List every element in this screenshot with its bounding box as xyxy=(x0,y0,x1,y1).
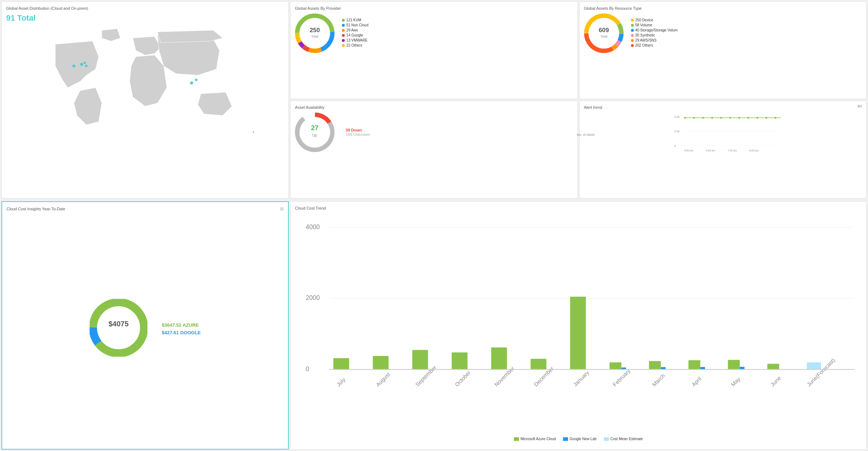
svg-point-3 xyxy=(83,61,86,64)
cloud-cost-header: Cloud Cost Insights Year-To-Date ⊞ xyxy=(7,206,284,211)
alert-trend-badge: 4H xyxy=(857,104,862,108)
svg-point-1 xyxy=(80,63,83,66)
resize-handle[interactable]: ▼ xyxy=(252,130,255,134)
svg-point-41 xyxy=(756,117,758,119)
svg-text:250: 250 xyxy=(310,27,320,34)
legend-device-dot xyxy=(631,19,634,22)
svg-text:July: July xyxy=(335,376,347,387)
alert-yaxis-label: No. of Alerts xyxy=(577,133,594,137)
legend-device-label: 250 Device xyxy=(635,18,653,22)
by-resource-svg: 609 Total xyxy=(584,13,624,53)
legend-awssns-dot xyxy=(631,39,634,42)
legend-noncloud-dot xyxy=(342,24,345,27)
svg-text:January: January xyxy=(572,369,590,387)
cloud-trend-legend: Microsoft Azure Cloud Google New Lab Cos… xyxy=(295,437,862,441)
legend-google-color xyxy=(563,437,568,441)
svg-text:0: 0 xyxy=(674,144,676,147)
legend-others-provider-dot xyxy=(342,44,345,47)
by-provider-svg: 250 Total xyxy=(295,13,335,53)
asset-availability-donut: 27 Up xyxy=(295,112,335,152)
svg-point-38 xyxy=(729,117,731,119)
cloud-trend-chart-area: 4000 2000 0 July August xyxy=(295,213,862,434)
cloud-cost-title: Cloud Cost Insights Year-To-Date xyxy=(7,207,65,211)
svg-text:4000: 4000 xyxy=(306,223,320,230)
bar-dec-azure xyxy=(531,358,547,369)
asset-availability-title: Asset Availability xyxy=(295,105,573,109)
cloud-trend-panel: Cloud Cost Trend 4000 2000 0 Ju xyxy=(290,201,867,450)
svg-text:May: May xyxy=(730,375,742,387)
bar-may-google xyxy=(740,367,744,369)
legend-synthetic: 30 Synthetic xyxy=(631,33,678,37)
legend-kvm: 121 KVM xyxy=(342,18,368,22)
legend-synthetic-label: 30 Synthetic xyxy=(635,33,655,37)
svg-point-2 xyxy=(85,65,87,67)
svg-text:2000: 2000 xyxy=(306,294,320,301)
legend-google: 14 Google xyxy=(342,33,368,37)
bar-oct-azure xyxy=(452,352,468,369)
svg-point-37 xyxy=(720,117,722,119)
legend-google-label: 14 Google xyxy=(346,33,363,37)
legend-vmware: 13 VMWARE xyxy=(342,38,368,42)
legend-others-provider: 22 Others xyxy=(342,43,368,47)
legend-storage-label: 40 Storage/Storage Volum xyxy=(635,28,678,32)
legend-azure-label: Microsoft Azure Cloud xyxy=(520,437,556,441)
svg-text:27: 27 xyxy=(311,124,318,132)
legend-others-resource: 202 Others xyxy=(631,43,678,47)
svg-point-35 xyxy=(702,117,704,119)
svg-text:6:00 am: 6:00 am xyxy=(706,149,715,152)
availability-stats: 39 Down 184 Unknown xyxy=(345,128,370,137)
legend-volume-dot xyxy=(631,24,634,27)
legend-volume-label: 58 Volume xyxy=(635,23,652,27)
world-map-panel: Global Asset Distribution (Cloud and On-… xyxy=(1,1,289,198)
svg-text:5:00 am: 5:00 am xyxy=(684,149,693,152)
cloud-cost-panel: Cloud Cost Insights Year-To-Date ⊞ $4075… xyxy=(1,201,289,450)
bar-may-azure xyxy=(728,360,740,369)
asset-availability-donut-wrapper: 27 Up 39 Down 184 Unknown xyxy=(295,112,573,152)
svg-text:June(Forecast): June(Forecast) xyxy=(806,357,837,387)
legend-azure-cloud: Microsoft Azure Cloud xyxy=(514,437,556,441)
svg-point-33 xyxy=(684,117,686,119)
bar-junforecast xyxy=(807,362,821,369)
legend-cost-mean-label: Cost Mean Estimate xyxy=(610,437,643,441)
svg-text:Total: Total xyxy=(311,35,318,38)
svg-point-4 xyxy=(190,81,193,85)
svg-point-5 xyxy=(195,79,198,81)
bottom-row: Cloud Cost Insights Year-To-Date ⊞ $4075… xyxy=(1,200,867,450)
legend-kvm-dot xyxy=(342,19,345,22)
by-resource-legend: 250 Device 58 Volume 40 Storage/Storage … xyxy=(631,18,678,48)
legend-aws: 29 Aws xyxy=(342,28,368,32)
legend-google-new-lab: Google New Lab xyxy=(563,437,597,441)
grid-icon[interactable]: ⊞ xyxy=(280,206,284,211)
svg-text:October: October xyxy=(454,369,472,387)
legend-others-provider-label: 22 Others xyxy=(346,43,362,47)
alert-trend-panel: Alert trend 4H No. of Alerts 4.0k 2.0k 0 xyxy=(579,100,867,198)
svg-point-48 xyxy=(93,302,144,353)
cloud-trend-title: Cloud Cost Trend xyxy=(295,206,862,210)
legend-synthetic-dot xyxy=(631,34,634,37)
legend-google-dot xyxy=(342,34,345,37)
bar-feb-azure xyxy=(610,362,622,369)
legend-vmware-dot xyxy=(342,39,345,42)
svg-text:8:00 am: 8:00 am xyxy=(749,149,758,152)
legend-noncloud: 51 Non Cloud xyxy=(342,23,368,27)
bar-sep-azure xyxy=(412,350,428,369)
bar-july-azure xyxy=(334,358,349,369)
svg-text:February: February xyxy=(611,368,631,387)
world-map-svg: ▼ xyxy=(6,26,284,134)
by-provider-legend: 121 KVM 51 Non Cloud 29 Aws 14 Google xyxy=(342,18,368,48)
svg-point-42 xyxy=(765,117,767,119)
availability-down: 39 Down xyxy=(345,128,370,132)
svg-text:August: August xyxy=(375,371,391,387)
by-resource-panel: Global Assets By Resource Type 609 Total xyxy=(579,1,867,99)
legend-storage: 40 Storage/Storage Volum xyxy=(631,28,678,32)
bar-apr-azure xyxy=(688,360,700,369)
svg-point-34 xyxy=(693,117,695,119)
by-resource-donut: 609 Total xyxy=(584,13,624,53)
svg-point-40 xyxy=(747,117,749,119)
legend-cost-mean: Cost Mean Estimate xyxy=(604,437,643,441)
legend-google-new-label: Google New Lab xyxy=(570,437,597,441)
cloud-cost-breakdown: $3647.52 AZURE $427.61 GOOGLE xyxy=(162,322,201,338)
legend-device: 250 Device xyxy=(631,18,678,22)
top-right-container: Global Assets By Provider 250 Total xyxy=(290,1,867,198)
legend-others-resource-label: 202 Others xyxy=(635,43,653,47)
